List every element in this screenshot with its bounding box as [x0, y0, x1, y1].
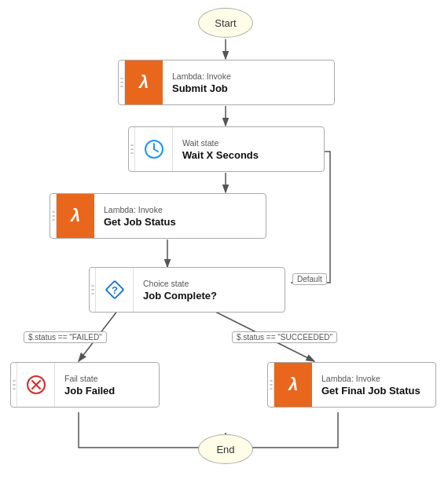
grip-jobstatus	[50, 194, 57, 238]
get-job-status-title: Get Job Status	[104, 216, 256, 228]
grip-wait	[129, 127, 135, 171]
submit-job-type: Lambda: Invoke	[172, 71, 325, 81]
submit-job-node[interactable]: λ Lambda: Invoke Submit Job	[118, 60, 335, 105]
get-job-status-type: Lambda: Invoke	[104, 205, 256, 214]
job-failed-type: Fail state	[64, 374, 149, 383]
fail-icon-wrap	[17, 363, 55, 407]
submit-job-title: Submit Job	[172, 82, 325, 94]
grip-submit	[119, 60, 125, 104]
workflow-diagram: Start λ Lambda: Invoke Submit Job Wait	[0, 0, 448, 479]
final-status-type: Lambda: Invoke	[321, 374, 426, 383]
choice-type: Choice state	[143, 279, 275, 288]
grip-choice	[90, 268, 96, 312]
wait-state-title: Wait X Seconds	[182, 149, 314, 161]
end-label: End	[216, 444, 234, 455]
final-status-title: Get Final Job Status	[321, 385, 426, 397]
succeeded-edge-label: $.status == "SUCCEEDED"	[232, 331, 337, 343]
grip-final	[268, 363, 274, 407]
end-node: End	[198, 434, 253, 464]
get-job-status-node[interactable]: λ Lambda: Invoke Get Job Status	[50, 193, 266, 239]
choice-title: Job Complete?	[143, 290, 275, 302]
wait-state-node[interactable]: Wait state Wait X Seconds	[128, 126, 325, 172]
clock-icon	[143, 138, 165, 160]
svg-text:?: ?	[112, 284, 118, 296]
job-complete-node[interactable]: ? Choice state Job Complete?	[89, 267, 285, 313]
lambda-icon-final: λ	[274, 363, 312, 407]
job-failed-title: Job Failed	[64, 385, 149, 397]
job-failed-node[interactable]: Fail state Job Failed	[10, 362, 160, 408]
svg-line-9	[154, 149, 158, 152]
wait-state-type: Wait state	[182, 138, 314, 148]
lambda-icon-submit: λ	[125, 60, 163, 104]
lambda-icon-jobstatus: λ	[57, 194, 94, 238]
clock-icon-wrap	[135, 127, 173, 171]
fail-icon	[25, 374, 47, 396]
diamond-icon: ?	[102, 277, 127, 302]
failed-edge-label: $.status == "FAILED"	[24, 331, 107, 343]
grip-failed	[11, 363, 17, 407]
start-node: Start	[198, 8, 253, 38]
get-final-status-node[interactable]: λ Lambda: Invoke Get Final Job Status	[267, 362, 436, 408]
start-label: Start	[215, 17, 236, 29]
default-edge-label: Default	[292, 273, 327, 285]
diamond-icon-wrap: ?	[96, 268, 134, 312]
